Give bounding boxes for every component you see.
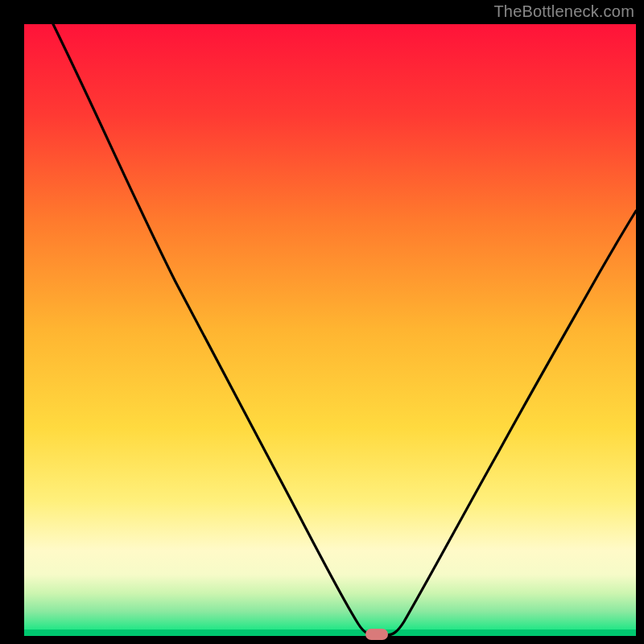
minimum-marker [365, 629, 388, 640]
chart-background-gradient [24, 24, 636, 636]
watermark-text: TheBottleneck.com [493, 2, 634, 21]
chart-bottom-strip [24, 630, 636, 636]
bottleneck-chart [0, 0, 644, 644]
chart-container: TheBottleneck.com [0, 0, 644, 644]
